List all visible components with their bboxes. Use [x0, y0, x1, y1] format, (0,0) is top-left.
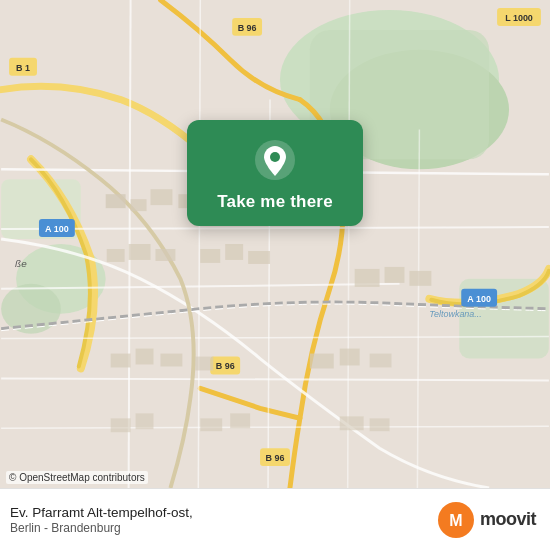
svg-rect-45 — [355, 269, 380, 287]
moovit-text: moovit — [480, 509, 536, 530]
svg-rect-59 — [340, 416, 364, 430]
svg-rect-54 — [370, 354, 392, 368]
map-attribution: © OpenStreetMap contributors — [6, 471, 148, 484]
svg-rect-58 — [230, 413, 250, 428]
location-region: Berlin - Brandenburg — [10, 521, 193, 535]
moovit-logo: M moovit — [438, 502, 536, 538]
svg-rect-35 — [106, 194, 126, 208]
location-pin-icon — [253, 138, 297, 182]
svg-rect-49 — [136, 349, 154, 365]
svg-text:B 1: B 1 — [16, 63, 30, 73]
svg-rect-50 — [160, 354, 182, 367]
bottom-bar: Ev. Pfarramt Alt-tempelhof-ost, Berlin -… — [0, 488, 550, 550]
svg-rect-47 — [409, 271, 431, 286]
svg-rect-37 — [151, 189, 173, 205]
svg-rect-53 — [340, 349, 360, 366]
svg-text:B 96: B 96 — [238, 23, 257, 33]
svg-text:B 96: B 96 — [266, 453, 285, 463]
take-me-there-label: Take me there — [217, 192, 333, 212]
svg-rect-55 — [111, 418, 131, 432]
attribution-text: © OpenStreetMap contributors — [9, 472, 145, 483]
map-container: B 1 A 100 A 100 B 96 B 96 B 96 L 1000 ße… — [0, 0, 550, 488]
svg-point-62 — [270, 152, 280, 162]
svg-text:B 96: B 96 — [216, 361, 235, 371]
svg-rect-51 — [195, 357, 213, 371]
svg-text:M: M — [449, 512, 462, 529]
svg-rect-46 — [385, 267, 405, 283]
svg-rect-60 — [370, 418, 390, 431]
moovit-logo-icon: M — [438, 502, 474, 538]
take-me-there-card[interactable]: Take me there — [187, 120, 363, 226]
svg-rect-52 — [310, 354, 334, 369]
svg-rect-39 — [107, 249, 125, 262]
svg-rect-36 — [131, 199, 147, 211]
svg-text:ße: ße — [15, 258, 27, 269]
svg-text:Teltowkana...: Teltowkana... — [429, 309, 481, 319]
svg-rect-40 — [129, 244, 151, 260]
map-background: B 1 A 100 A 100 B 96 B 96 B 96 L 1000 ße… — [0, 0, 550, 488]
svg-text:A 100: A 100 — [467, 294, 491, 304]
svg-text:A 100: A 100 — [45, 224, 69, 234]
svg-rect-41 — [155, 249, 175, 261]
app: B 1 A 100 A 100 B 96 B 96 B 96 L 1000 ße… — [0, 0, 550, 550]
location-name: Ev. Pfarramt Alt-tempelhof-ost, — [10, 505, 193, 520]
svg-rect-44 — [248, 251, 270, 264]
svg-rect-56 — [136, 413, 154, 429]
svg-text:L 1000: L 1000 — [505, 13, 533, 23]
svg-rect-48 — [111, 354, 131, 368]
svg-rect-57 — [200, 418, 222, 431]
svg-rect-43 — [225, 244, 243, 260]
svg-rect-42 — [200, 249, 220, 263]
location-info: Ev. Pfarramt Alt-tempelhof-ost, Berlin -… — [10, 505, 193, 535]
